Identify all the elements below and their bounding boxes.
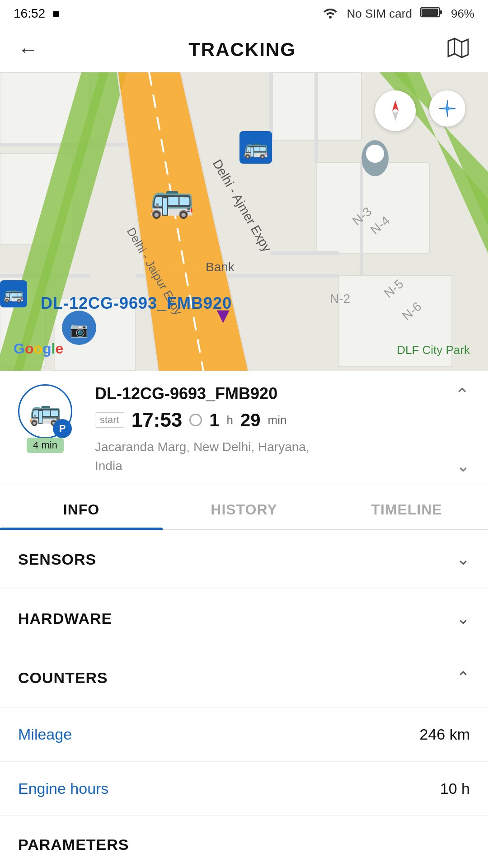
mileage-value: 246 km bbox=[420, 726, 470, 743]
vehicle-panel: 🚌 P 4 min DL-12CG-9693_FMB920 start 17:5… bbox=[0, 371, 488, 485]
location-button[interactable] bbox=[429, 90, 465, 127]
mileage-item: Mileage 246 km bbox=[0, 707, 488, 761]
duration-circle-icon bbox=[189, 414, 202, 426]
mileage-label[interactable]: Mileage bbox=[18, 726, 72, 743]
dlf-label: DLF City Park bbox=[397, 343, 470, 357]
vehicle-name: DL-12CG-9693_FMB920 bbox=[95, 384, 470, 403]
parameters-section: PARAMETERS bbox=[0, 816, 488, 868]
bus-avatar: 🚌 P bbox=[18, 384, 72, 439]
battery-percent: 96% bbox=[451, 7, 474, 21]
svg-text:N-2: N-2 bbox=[330, 292, 350, 306]
svg-point-41 bbox=[366, 145, 384, 163]
svg-text:🚌: 🚌 bbox=[244, 136, 268, 160]
start-label: start bbox=[95, 412, 124, 428]
counters-chevron: ⌃ bbox=[456, 668, 470, 687]
panel-expand-button[interactable]: ⌄ bbox=[456, 457, 470, 476]
svg-marker-45 bbox=[392, 100, 399, 111]
back-button[interactable]: ← bbox=[18, 38, 38, 61]
parameters-header[interactable]: PARAMETERS bbox=[0, 816, 488, 868]
tab-info[interactable]: INFO bbox=[0, 485, 163, 529]
wifi-icon bbox=[322, 6, 338, 22]
status-bar-right: No SIM card 96% bbox=[322, 6, 474, 22]
hardware-chevron: ⌄ bbox=[456, 609, 470, 628]
vehicle-address: Jacaranda Marg, New Delhi, Haryana,India bbox=[95, 438, 470, 476]
top-nav: ← TRACKING bbox=[0, 27, 488, 72]
bus-marker: 🚌 bbox=[149, 181, 194, 217]
engine-hours-item: Engine hours 10 h bbox=[0, 761, 488, 816]
status-bar-left: 16:52 ■ bbox=[14, 6, 60, 21]
time-row: start 17:53 1 h 29 min bbox=[95, 409, 470, 431]
panel-info: DL-12CG-9693_FMB920 start 17:53 1 h 29 m… bbox=[95, 384, 470, 476]
google-logo: Google bbox=[14, 340, 63, 357]
tab-timeline[interactable]: TIMELINE bbox=[325, 485, 488, 529]
svg-text:📷: 📷 bbox=[70, 321, 88, 338]
counters-header[interactable]: COUNTERS ⌃ bbox=[0, 648, 488, 707]
counters-section: COUNTERS ⌃ Mileage 246 km Engine hours 1… bbox=[0, 648, 488, 816]
status-bar: 16:52 ■ No SIM card 96% bbox=[0, 0, 488, 27]
counters-title: COUNTERS bbox=[18, 669, 108, 687]
battery-icon bbox=[420, 6, 443, 22]
svg-text:🚌: 🚌 bbox=[4, 284, 24, 303]
map-icon[interactable] bbox=[446, 37, 470, 63]
duration-hours: 1 bbox=[209, 410, 219, 430]
engine-hours-label[interactable]: Engine hours bbox=[18, 780, 108, 797]
map-area[interactable]: N-3 N-4 N-5 N-6 N-2 Delhi - Ajmer Expy D… bbox=[0, 72, 488, 371]
map-vehicle-label: DL-12CG-9693_FMB920 bbox=[41, 294, 232, 313]
departure-time: 17:53 bbox=[131, 409, 183, 431]
parameters-title: PARAMETERS bbox=[18, 836, 129, 854]
panel-collapse-button[interactable]: ⌃ bbox=[455, 384, 470, 405]
tabs: INFO HISTORY TIMELINE bbox=[0, 485, 488, 530]
sensors-title: SENSORS bbox=[18, 551, 96, 568]
engine-hours-value: 10 h bbox=[440, 780, 470, 797]
parking-badge: P bbox=[53, 419, 72, 438]
svg-rect-2 bbox=[422, 9, 438, 16]
svg-rect-1 bbox=[440, 10, 442, 14]
svg-rect-9 bbox=[316, 163, 429, 253]
status-icon: ■ bbox=[52, 7, 60, 21]
page-title: TRACKING bbox=[188, 39, 296, 61]
svg-marker-46 bbox=[392, 111, 399, 121]
duration-min: 29 bbox=[240, 410, 261, 430]
hardware-title: HARDWARE bbox=[18, 610, 112, 627]
sensors-section: SENSORS ⌄ bbox=[0, 530, 488, 589]
sensors-header[interactable]: SENSORS ⌄ bbox=[0, 530, 488, 589]
sim-status: No SIM card bbox=[347, 7, 412, 21]
tab-history[interactable]: HISTORY bbox=[163, 485, 325, 529]
min-unit: min bbox=[268, 413, 287, 427]
status-time: 16:52 bbox=[14, 6, 45, 21]
hardware-section: HARDWARE ⌄ bbox=[0, 589, 488, 648]
time-badge: 4 min bbox=[27, 438, 64, 453]
map-pin: ▼ bbox=[212, 303, 234, 328]
svg-text:Bank: Bank bbox=[206, 260, 235, 274]
hours-unit: h bbox=[227, 413, 233, 427]
sensors-chevron: ⌄ bbox=[456, 550, 470, 569]
compass[interactable] bbox=[375, 90, 416, 131]
hardware-header[interactable]: HARDWARE ⌄ bbox=[0, 589, 488, 648]
